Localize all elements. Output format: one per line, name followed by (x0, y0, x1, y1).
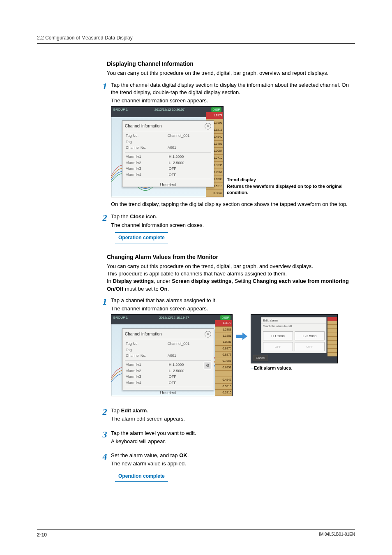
gear-icon[interactable]: ⚙ (204, 362, 211, 369)
section2-title: Changing Alarm Values from the Monitor (107, 253, 355, 261)
sec2-step3-text: Tap the alarm level you want to edit. (111, 430, 355, 437)
alarm-btn-off2[interactable]: OFF (295, 342, 325, 351)
fig2-group: GROUP 1 (113, 315, 128, 320)
sec1-after-fig: On the trend display, tapping the digita… (111, 201, 355, 208)
section2-intro1: You can carry out this procedure on the … (107, 263, 355, 270)
alarm-btn-off1[interactable]: OFF (263, 342, 293, 351)
step-number-4: 4 (99, 452, 111, 461)
channel-info-figure-1: GROUP 1 2012/12/12 10:20:57 DISP (111, 106, 224, 197)
header-section: 2.2 Configuration of Measured Data Displ… (37, 35, 355, 44)
sec1-step2-sub: The channel information screen closes. (111, 222, 355, 229)
edit-alarm-title: Edit alarm (261, 317, 326, 324)
step-number-3: 3 (99, 430, 111, 439)
step-number-2a: 2 (99, 213, 111, 222)
cancel-button[interactable]: Cancel (253, 355, 268, 361)
sec2-step2-sub: The alarm edit screen appears. (111, 415, 355, 423)
channel-info-popup-2[interactable]: Channel information × Tag No.Channel_001… (122, 328, 214, 390)
sec2-step2-text: Tap Edit alarm. (111, 407, 355, 414)
section1-intro: You can carry out this procedure on the … (107, 69, 355, 77)
channel-info-figure-2: GROUP 1 2012/12/12 10:19:27 DISP (111, 314, 233, 396)
fig1-disp: DISP (211, 107, 221, 112)
edit-alarm-figure: Edit alarm Touch the alarm to edit. H 1.… (251, 314, 338, 363)
fig1-datetime: 2012/12/12 10:20:57 (154, 107, 184, 112)
section1-title: Displaying Channel Information (107, 60, 355, 68)
sec2-step1-sub: The channel information screen appears. (111, 305, 355, 312)
fig2-side-values: 1.3879 1.2889 1.1881 1.0881 0.9875 0.887… (215, 320, 232, 396)
step-number-1: 1 (99, 81, 111, 91)
edit-alarm-label: Edit alarm values. (254, 365, 293, 371)
close-icon-2[interactable]: × (205, 331, 211, 338)
step-number-1b: 1 (99, 297, 111, 306)
popup2-title: Channel information (125, 331, 162, 337)
sec2-step4-sub: The new alarm value is applied. (111, 460, 355, 467)
unselect-button-2[interactable]: Unselect (125, 388, 211, 397)
close-icon[interactable]: × (205, 123, 211, 130)
sec1-step2-text: Tap the Close icon. (111, 213, 355, 220)
sec2-step3-sub: A keyboard will appear. (111, 438, 355, 445)
sec1-step1-sub: The channel information screen appears. (111, 97, 355, 104)
fig1-group: GROUP 1 (113, 107, 128, 112)
step-number-2b: 2 (99, 407, 111, 416)
page-number: 2-10 (37, 532, 47, 539)
unselect-button[interactable]: Unselect (125, 180, 211, 189)
section2-intro2: This procedure is applicable to channels… (107, 270, 355, 278)
channel-info-popup[interactable]: Channel information × Tag No.Channel_001… (122, 120, 214, 187)
alarm-btn-h[interactable]: H 1.2000 (263, 331, 293, 340)
fig2-datetime: 2012/12/12 10:19:27 (159, 315, 189, 320)
sec2-step4-text: Set the alarm value, and tap OK. (111, 452, 355, 459)
edit-alarm-sub: Touch the alarm to edit. (261, 324, 326, 330)
operation-complete-2: Operation complete (115, 471, 168, 482)
fig2-disp: DISP (220, 315, 231, 320)
doc-id: IM 04L51B01-01EN (319, 532, 355, 539)
alarm-btn-l[interactable]: L -2.5000 (295, 331, 325, 340)
arrow-right-icon (236, 333, 248, 340)
section2-intro3: In Display settings, under Screen displa… (107, 278, 355, 292)
operation-complete-1: Operation complete (115, 232, 168, 243)
sec2-step1-text: Tap a channel that has alarms assigned t… (111, 297, 355, 304)
sec1-step1-text: Tap the channel data digital display sec… (111, 81, 355, 96)
trend-display-annotation: Trend display Returns the waveform displ… (227, 177, 355, 196)
popup-title: Channel information (125, 123, 162, 129)
